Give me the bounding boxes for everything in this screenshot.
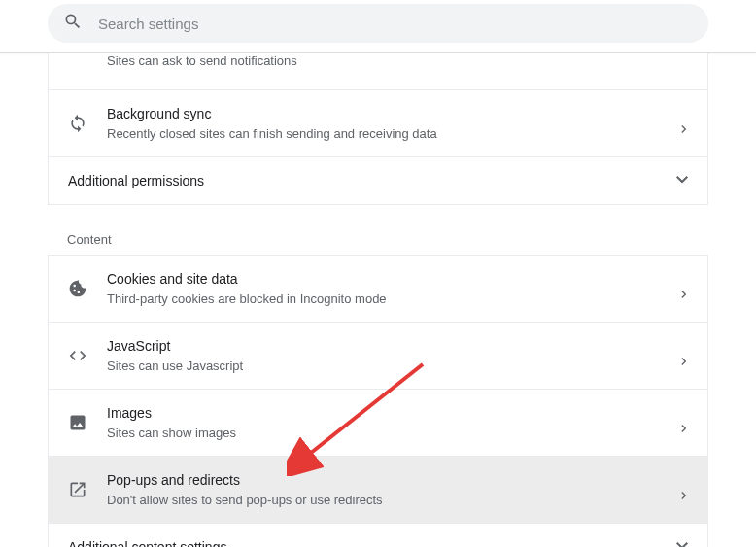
settings-content: Sites can ask to send notifications Back… [48, 53, 708, 547]
image-icon [68, 413, 87, 432]
javascript-row[interactable]: JavaScript Sites can use Javascript [48, 323, 708, 390]
search-icon [63, 12, 83, 35]
additional-permissions-label: Additional permissions [68, 173, 204, 188]
popups-title: Pop-ups and redirects [107, 470, 680, 490]
additional-permissions-row[interactable]: Additional permissions [48, 157, 708, 205]
additional-content-row[interactable]: Additional content settings [48, 524, 708, 547]
search-input[interactable] [98, 16, 693, 32]
notifications-row-partial[interactable]: Sites can ask to send notifications [48, 53, 708, 90]
popups-row[interactable]: Pop-ups and redirects Don't allow sites … [48, 457, 708, 524]
code-icon [68, 346, 87, 365]
cookies-title: Cookies and site data [107, 269, 680, 289]
images-title: Images [107, 403, 680, 423]
popup-icon [68, 480, 87, 499]
background-sync-row[interactable]: Background sync Recently closed sites ca… [48, 90, 708, 157]
chevron-right-icon [680, 486, 688, 494]
chevron-right-icon [680, 120, 688, 127]
images-subtitle: Sites can show images [107, 425, 680, 442]
chevron-down-icon [676, 539, 688, 547]
notifications-subtitle: Sites can ask to send notifications [107, 53, 297, 68]
chevron-right-icon [680, 352, 688, 359]
cookies-subtitle: Third-party cookies are blocked in Incog… [107, 291, 680, 308]
cookies-row[interactable]: Cookies and site data Third-party cookie… [48, 255, 708, 323]
popups-subtitle: Don't allow sites to send pop-ups or use… [107, 492, 680, 509]
content-section-header: Content [48, 205, 708, 255]
background-sync-subtitle: Recently closed sites can finish sending… [107, 125, 680, 143]
javascript-title: JavaScript [107, 336, 680, 356]
images-row[interactable]: Images Sites can show images [48, 390, 708, 457]
chevron-right-icon [680, 285, 688, 292]
sync-icon [68, 114, 87, 133]
search-bar[interactable] [48, 4, 708, 43]
cookie-icon [68, 279, 87, 298]
chevron-right-icon [680, 419, 688, 427]
additional-content-label: Additional content settings [68, 539, 226, 547]
chevron-down-icon [676, 173, 688, 188]
javascript-subtitle: Sites can use Javascript [107, 358, 680, 375]
background-sync-title: Background sync [107, 104, 680, 123]
